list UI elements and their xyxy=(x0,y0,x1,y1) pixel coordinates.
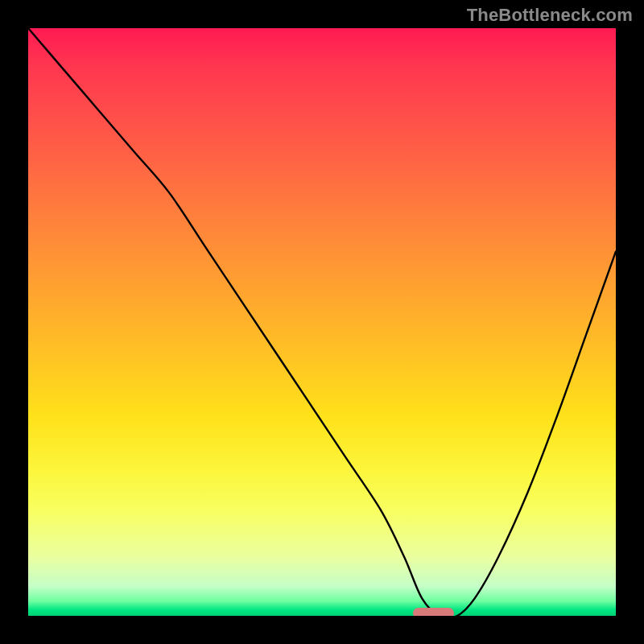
bottleneck-curve xyxy=(28,28,616,616)
optimal-marker xyxy=(413,608,454,616)
chart-frame: TheBottleneck.com xyxy=(0,0,644,644)
plot-area xyxy=(28,28,616,616)
watermark-text: TheBottleneck.com xyxy=(467,5,633,26)
